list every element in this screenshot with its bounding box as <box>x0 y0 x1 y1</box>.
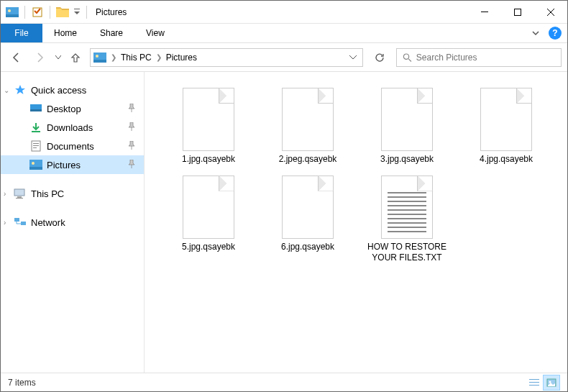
svg-rect-13 <box>32 131 40 132</box>
pin-icon <box>128 104 135 114</box>
sidebar-item-label: Documents <box>47 141 124 152</box>
app-icon <box>6 6 19 19</box>
status-bar: 7 items <box>1 373 567 391</box>
svg-rect-5 <box>481 12 488 12</box>
file-thumbnail <box>478 86 534 151</box>
svg-rect-23 <box>16 198 23 199</box>
file-name: 2.jpeg.qsayebk <box>279 154 337 165</box>
sidebar-item-label: Downloads <box>47 122 124 133</box>
svg-rect-1 <box>6 14 19 17</box>
view-tab[interactable]: View <box>134 24 176 42</box>
sidebar-item-label: Pictures <box>47 160 124 170</box>
file-name: 4.jpg.qsayebk <box>480 154 533 165</box>
maximize-button[interactable] <box>501 1 534 23</box>
sidebar-quick-access[interactable]: ⌄ Quick access <box>1 81 144 99</box>
svg-rect-27 <box>529 382 539 383</box>
file-item[interactable]: 4.jpg.qsayebk <box>457 82 556 170</box>
file-thumbnail <box>280 86 336 151</box>
svg-rect-25 <box>21 222 26 225</box>
network-icon <box>14 216 27 228</box>
window-controls <box>468 1 567 23</box>
address-bar[interactable]: ❯ This PC ❯ Pictures <box>90 48 363 67</box>
breadcrumb-this-pc[interactable]: This PC <box>121 53 152 63</box>
sidebar-item-pictures[interactable]: Pictures <box>1 155 144 174</box>
title-bar: Pictures <box>1 1 567 24</box>
details-view-button[interactable] <box>526 375 543 391</box>
share-tab[interactable]: Share <box>88 24 134 42</box>
refresh-button[interactable] <box>369 48 390 67</box>
explorer-window: Pictures File Home Share View ? <box>0 0 568 392</box>
folder-icon[interactable] <box>56 6 69 19</box>
chevron-right-icon[interactable]: › <box>4 190 6 198</box>
sidebar-item-label: Desktop <box>47 104 124 114</box>
file-item[interactable]: 5.jpg.qsayebk <box>159 170 258 268</box>
chevron-down-icon[interactable]: ⌄ <box>4 86 9 94</box>
sidebar-item-downloads[interactable]: Downloads <box>1 118 144 137</box>
search-box[interactable] <box>396 48 562 67</box>
file-item[interactable]: 1.jpg.qsayebk <box>159 82 258 170</box>
file-thumbnail <box>379 86 435 151</box>
quick-access-toolbar <box>1 6 88 19</box>
help-button[interactable]: ? <box>549 27 562 40</box>
file-name: 1.jpg.qsayebk <box>182 154 235 165</box>
file-list[interactable]: 1.jpg.qsayebk2.jpeg.qsayebk3.jpg.qsayebk… <box>145 72 567 373</box>
location-pictures-icon <box>93 52 106 63</box>
view-mode-toggles <box>526 375 560 391</box>
file-thumbnail <box>280 174 336 239</box>
documents-icon <box>29 140 42 152</box>
svg-point-20 <box>32 162 35 165</box>
chevron-right-icon[interactable]: ❯ <box>156 53 162 61</box>
pin-icon <box>128 122 135 133</box>
file-thumbnail <box>180 174 237 239</box>
properties-icon[interactable] <box>31 6 44 19</box>
item-count: 7 items <box>8 378 36 388</box>
navigation-pane: ⌄ Quick access DesktopDownloadsDocuments… <box>1 72 145 373</box>
downloads-icon <box>29 122 42 133</box>
expand-ribbon-icon[interactable] <box>528 26 543 40</box>
sidebar-item-documents[interactable]: Documents <box>1 137 144 155</box>
svg-rect-28 <box>529 385 539 386</box>
sidebar-item-desktop[interactable]: Desktop <box>1 99 144 118</box>
svg-rect-17 <box>33 147 37 148</box>
star-icon <box>14 84 27 96</box>
search-input[interactable] <box>416 53 561 63</box>
qat-dropdown-icon[interactable] <box>73 6 81 19</box>
file-item[interactable]: 2.jpeg.qsayebk <box>258 82 357 170</box>
close-button[interactable] <box>534 1 567 23</box>
pictures-icon <box>29 159 42 170</box>
file-thumbnail <box>379 174 435 239</box>
address-dropdown-icon[interactable] <box>344 53 362 61</box>
chevron-right-icon[interactable]: › <box>4 219 6 227</box>
sidebar-network[interactable]: › Network <box>1 213 144 232</box>
svg-rect-12 <box>30 109 42 111</box>
file-item[interactable]: HOW TO RESTORE YOUR FILES.TXT <box>357 170 457 268</box>
file-item[interactable]: 3.jpg.qsayebk <box>357 82 457 170</box>
history-dropdown-icon[interactable] <box>52 55 64 60</box>
pin-icon <box>128 141 135 152</box>
svg-rect-8 <box>93 60 106 63</box>
content-area: ⌄ Quick access DesktopDownloadsDocuments… <box>1 72 567 373</box>
back-button[interactable] <box>6 47 27 68</box>
svg-rect-6 <box>515 9 521 15</box>
file-item[interactable]: 6.jpg.qsayebk <box>258 170 357 268</box>
forward-button[interactable] <box>29 47 50 68</box>
file-tab[interactable]: File <box>1 24 42 42</box>
svg-point-10 <box>403 53 408 58</box>
chevron-right-icon[interactable]: ❯ <box>111 53 116 61</box>
thumbnails-view-button[interactable] <box>543 375 560 391</box>
minimize-button[interactable] <box>468 1 501 23</box>
file-thumbnail <box>180 86 237 151</box>
svg-rect-16 <box>33 145 39 146</box>
file-name: 6.jpg.qsayebk <box>281 242 334 253</box>
pin-icon <box>128 160 135 170</box>
file-name: 5.jpg.qsayebk <box>182 242 235 253</box>
file-name: HOW TO RESTORE YOUR FILES.TXT <box>360 242 454 264</box>
up-button[interactable] <box>67 49 84 66</box>
svg-point-9 <box>96 55 99 58</box>
svg-rect-19 <box>29 167 42 170</box>
sidebar-this-pc[interactable]: › This PC <box>1 184 144 203</box>
home-tab[interactable]: Home <box>42 24 88 42</box>
breadcrumb-pictures[interactable]: Pictures <box>166 53 197 63</box>
svg-rect-24 <box>14 218 19 222</box>
svg-rect-15 <box>33 143 39 144</box>
